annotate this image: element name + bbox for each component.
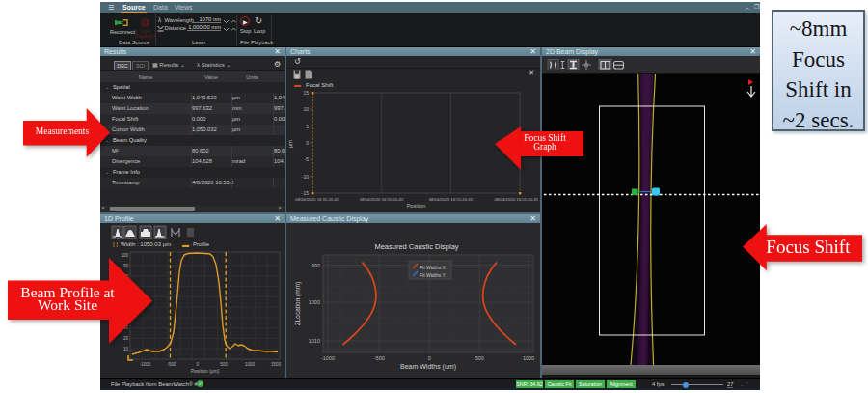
- svg-text:Fit Widths X: Fit Widths X: [420, 265, 447, 270]
- svg-text:0: 0: [197, 362, 200, 367]
- svg-text:10: 10: [123, 347, 129, 351]
- svg-text:15: 15: [303, 90, 309, 96]
- svg-text:0: 0: [428, 355, 431, 361]
- svg-text:1000: 1000: [245, 362, 256, 367]
- svg-text:1500: 1500: [271, 362, 282, 367]
- svg-text:-1000: -1000: [140, 362, 151, 367]
- svg-text:500: 500: [220, 362, 228, 367]
- svg-text:500: 500: [475, 355, 484, 361]
- svg-text:08/04/2020 16:55:20.45: 08/04/2020 16:55:20.45: [360, 197, 404, 202]
- svg-text:-1000: -1000: [321, 355, 335, 361]
- svg-text:08/04/2020 16:55:20.45: 08/04/2020 16:55:20.45: [495, 197, 539, 202]
- svg-text:0: 0: [306, 140, 309, 146]
- svg-text:Position: Position: [407, 203, 426, 209]
- svg-text:Fit Widths Y: Fit Widths Y: [420, 272, 447, 278]
- svg-text:1000: 1000: [309, 299, 320, 305]
- svg-text:ZLocation (mm): ZLocation (mm): [294, 282, 302, 326]
- svg-text:Beam Widths (um): Beam Widths (um): [400, 363, 456, 371]
- svg-text:Measured Caustic Display: Measured Caustic Display: [374, 242, 458, 251]
- svg-text:1000: 1000: [523, 355, 534, 361]
- svg-text:08/04/2020 16:55:20.45: 08/04/2020 16:55:20.45: [295, 197, 339, 202]
- svg-text:5: 5: [306, 124, 309, 129]
- svg-text:990: 990: [312, 263, 320, 268]
- svg-text:1010: 1010: [309, 338, 320, 344]
- svg-text:08/04/2020 16:55:20.45: 08/04/2020 16:55:20.45: [429, 197, 474, 202]
- svg-text:µm: µm: [287, 140, 293, 148]
- svg-text:-500: -500: [374, 355, 385, 361]
- svg-text:Position (µm): Position (µm): [191, 368, 220, 374]
- svg-text:-15: -15: [302, 190, 309, 196]
- svg-text:-5: -5: [305, 156, 310, 162]
- svg-text:-10: -10: [302, 174, 309, 180]
- svg-text:10: 10: [303, 106, 309, 112]
- svg-text:-500: -500: [167, 362, 176, 367]
